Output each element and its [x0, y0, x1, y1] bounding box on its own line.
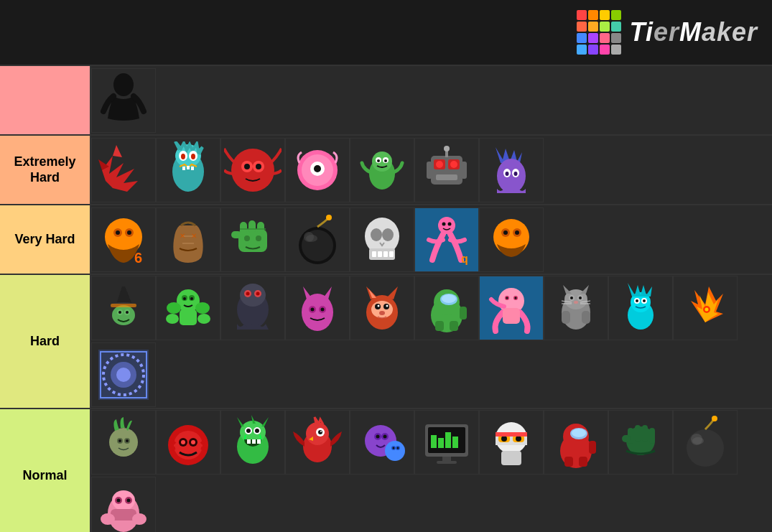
logo-grid: [577, 10, 621, 55]
tier-item-green-hair[interactable]: [91, 410, 156, 475]
svg-point-157: [191, 440, 195, 444]
tier-item-pink-devil[interactable]: [285, 276, 350, 340]
svg-point-43: [116, 230, 120, 235]
logo-cell: [600, 33, 610, 43]
tier-item-pink-mask[interactable]: [91, 477, 156, 532]
svg-point-222: [101, 513, 115, 525]
svg-point-131: [574, 301, 578, 304]
tier-items-extremely-hard: [91, 136, 772, 204]
tier-item-gray-robot[interactable]: [414, 138, 479, 202]
svg-rect-187: [452, 437, 458, 448]
tier-item-witch[interactable]: [91, 276, 156, 340]
svg-rect-210: [622, 435, 631, 442]
svg-point-14: [256, 164, 261, 169]
tier-item-cyan-spiky[interactable]: [608, 276, 673, 340]
svg-point-81: [118, 311, 121, 314]
svg-point-98: [246, 292, 250, 296]
tier-item-dark-ghost[interactable]: [220, 276, 285, 340]
tier-item-black-figure[interactable]: [91, 68, 156, 133]
svg-text:q: q: [461, 253, 468, 265]
logo-cell: [577, 10, 587, 20]
svg-rect-62: [372, 251, 376, 257]
svg-rect-65: [389, 251, 394, 257]
svg-point-38: [506, 172, 509, 176]
svg-point-20: [372, 151, 392, 172]
tier-item-pink-circle[interactable]: [285, 138, 350, 202]
svg-point-124: [515, 297, 517, 299]
tier-item-dark-hands[interactable]: [608, 410, 673, 475]
tier-item-bomb[interactable]: [285, 207, 350, 272]
svg-rect-51: [257, 222, 264, 235]
tier-item-orange-face2[interactable]: [479, 207, 544, 272]
svg-point-0: [113, 73, 134, 96]
svg-point-138: [636, 299, 638, 302]
svg-point-90: [195, 302, 210, 314]
tier-row-very-hard: Very Hard 6: [0, 204, 772, 274]
svg-rect-50: [248, 220, 256, 233]
svg-rect-7: [182, 167, 185, 170]
tier-item-red-fox[interactable]: [350, 276, 414, 340]
svg-point-59: [306, 235, 317, 242]
tier-item-pink-dancer[interactable]: q: [414, 207, 479, 272]
tier-item-white-ninja[interactable]: [479, 410, 544, 475]
tier-items-very-hard: 6 ✕ ✕: [91, 205, 772, 274]
svg-point-68: [438, 217, 455, 234]
logo-cell: [577, 45, 587, 55]
tier-item-red-bird[interactable]: [285, 410, 350, 475]
tier-item-teal-monster[interactable]: [156, 138, 220, 202]
svg-point-150: [118, 439, 121, 442]
svg-point-34: [444, 146, 450, 151]
logo-cell: [611, 45, 621, 55]
tier-item-pink-fighter[interactable]: [479, 276, 544, 340]
tier-item-purple-ghost[interactable]: [479, 138, 544, 202]
tier-label-top: [0, 66, 91, 134]
tier-item-skull[interactable]: [350, 207, 414, 272]
tier-item-green-monster[interactable]: [220, 410, 285, 475]
svg-point-213: [712, 416, 717, 421]
tier-item-monitor[interactable]: [414, 410, 479, 475]
tier-item-red-spider[interactable]: [220, 138, 285, 202]
tier-items-hard: [91, 275, 772, 408]
tier-items-normal: [91, 409, 772, 532]
tier-item-gray-cat[interactable]: [544, 276, 608, 340]
svg-point-82: [126, 311, 129, 314]
svg-rect-165: [252, 439, 256, 444]
tier-item-green-among[interactable]: [414, 276, 479, 340]
svg-point-117: [442, 294, 456, 303]
tier-item-green-thing[interactable]: [350, 138, 414, 202]
logo-text: TierMaker: [630, 17, 758, 47]
svg-rect-83: [111, 304, 136, 307]
tier-item-orange-phoenix[interactable]: [673, 276, 738, 340]
tier-item-red-spiky[interactable]: [91, 138, 156, 202]
svg-point-35: [497, 159, 526, 193]
svg-point-175: [376, 435, 380, 439]
tier-item-blue-circle[interactable]: [91, 342, 156, 407]
tier-row-extremely-hard: Extremely Hard: [0, 134, 772, 204]
svg-rect-9: [191, 167, 194, 170]
svg-point-100: [302, 294, 333, 331]
svg-point-180: [393, 447, 395, 449]
tier-item-green-muscles[interactable]: [156, 276, 220, 340]
tier-item-orange-beard[interactable]: 6: [91, 207, 156, 272]
svg-point-23: [377, 159, 380, 162]
svg-point-151: [126, 439, 129, 442]
tier-item-brown-bag[interactable]: ✕ ✕: [156, 207, 220, 272]
svg-point-221: [127, 498, 131, 502]
svg-point-109: [378, 305, 380, 307]
svg-point-110: [386, 305, 389, 307]
svg-rect-120: [503, 308, 520, 324]
svg-point-28: [436, 161, 443, 168]
tier-item-green-fist[interactable]: [220, 207, 285, 272]
tier-row-top: [0, 65, 772, 134]
svg-point-203: [572, 429, 586, 437]
tier-item-red-spider2[interactable]: [156, 410, 220, 475]
tier-item-red-among[interactable]: [544, 410, 608, 475]
tier-item-bomb2[interactable]: [673, 410, 738, 475]
tier-items-top: [91, 66, 772, 134]
tier-item-purple-duo[interactable]: [350, 410, 414, 475]
logo: TierMaker: [577, 10, 758, 55]
logo-cell: [588, 45, 598, 55]
svg-rect-31: [427, 162, 432, 179]
svg-point-95: [240, 284, 266, 307]
svg-rect-63: [378, 251, 382, 257]
